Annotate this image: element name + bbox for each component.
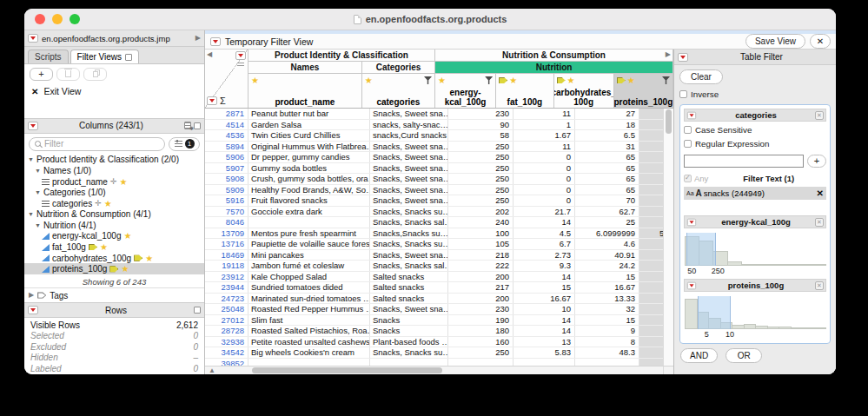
- value-cell[interactable]: 5: [639, 195, 663, 206]
- row-number-cell[interactable]: 34542: [205, 347, 248, 358]
- filter-text-input[interactable]: [684, 155, 804, 168]
- value-cell[interactable]: 65: [575, 163, 639, 174]
- tab-scripts[interactable]: Scripts: [28, 50, 69, 63]
- duplicate-view-button[interactable]: [83, 68, 107, 81]
- value-cell[interactable]: 16.67: [575, 282, 639, 293]
- value-cell[interactable]: [639, 359, 663, 366]
- column-header-energy-kcal_100g[interactable]: ★energy- kcal_100g: [435, 74, 496, 108]
- product-name-cell[interactable]: Fruit flavored snacks: [248, 195, 370, 206]
- red-triangle-menu-icon[interactable]: [687, 281, 696, 289]
- save-view-button[interactable]: Save View: [745, 34, 805, 49]
- row-number-cell[interactable]: 5907: [205, 163, 248, 174]
- product-name-cell[interactable]: Sundried tomatoes dided: [248, 282, 370, 293]
- remove-filter-icon[interactable]: ✕: [815, 281, 824, 290]
- column-tree-item[interactable]: ▼Names (1/0): [24, 165, 204, 176]
- categories-cell[interactable]: Snacks, Sweet sna…: [370, 195, 448, 206]
- product-name-cell[interactable]: Jambon fumé et coleslaw: [248, 261, 370, 271]
- chevron-right-icon[interactable]: ▶: [195, 35, 201, 42]
- categories-cell[interactable]: Snacks, Sweet sna…: [370, 250, 448, 261]
- horizontal-scrollbar[interactable]: ▲: [205, 366, 673, 374]
- value-cell[interactable]: 6.67: [639, 294, 663, 304]
- value-cell[interactable]: 2.73: [514, 250, 575, 261]
- row-number-cell[interactable]: 25048: [205, 304, 248, 314]
- table-row[interactable]: 5909Healthy Food Brands, A&W, So…Snacks,…: [205, 185, 663, 196]
- value-cell[interactable]: 0: [514, 152, 575, 162]
- value-cell[interactable]: 9.01: [639, 142, 663, 152]
- value-cell[interactable]: 1: [514, 120, 575, 130]
- histogram-selection[interactable]: [686, 233, 716, 266]
- table-row[interactable]: 28728Roasted Salted Pistachios, Roa…Snac…: [205, 326, 663, 337]
- value-cell[interactable]: 190: [448, 315, 514, 326]
- histogram[interactable]: [685, 233, 825, 266]
- product-name-cell[interactable]: Mini pancakes: [248, 250, 370, 261]
- value-cell[interactable]: 6.5: [575, 130, 639, 141]
- column-tree-item[interactable]: ▼Product Identity & Classification (2/0): [24, 155, 204, 166]
- product-name-cell[interactable]: Garden Salsa: [248, 120, 370, 130]
- filter-funnel-icon[interactable]: [485, 76, 493, 84]
- value-cell[interactable]: 5: [639, 120, 663, 130]
- value-cell[interactable]: 250: [448, 142, 514, 152]
- value-cell[interactable]: 9: [575, 326, 639, 336]
- columns-filter-input[interactable]: [44, 139, 159, 149]
- value-cell[interactable]: 5: [639, 282, 663, 293]
- column-tree-item[interactable]: fat_100g★: [24, 241, 204, 253]
- filter-funnel-icon[interactable]: [424, 76, 432, 84]
- table-row[interactable]: 23944Sundried tomatoes didedSalted snack…: [205, 282, 663, 294]
- value-cell[interactable]: 6: [639, 326, 663, 336]
- red-triangle-menu-icon[interactable]: [678, 53, 688, 62]
- value-cell[interactable]: 5: [639, 337, 663, 347]
- value-cell[interactable]: 250: [448, 185, 514, 195]
- value-cell[interactable]: 5: [639, 185, 663, 195]
- value-cell[interactable]: 250: [448, 163, 514, 174]
- inverse-checkbox[interactable]: [679, 90, 687, 98]
- value-cell[interactable]: 202: [448, 207, 514, 217]
- categories-cell[interactable]: Snacks, Snacks su…: [370, 239, 448, 249]
- table-row[interactable]: 8046Snacks, Snacks sal…24014257: [205, 217, 663, 228]
- column-tree-item[interactable]: proteins_100g★: [24, 263, 204, 274]
- table-row[interactable]: 24723Marinated sun-dried tomatoes …Salte…: [205, 294, 663, 305]
- value-cell[interactable]: 14: [514, 217, 575, 228]
- column-tree-item[interactable]: energy-kcal_100g★: [24, 231, 204, 242]
- value-cell[interactable]: 6.7: [514, 239, 575, 249]
- row-number-cell[interactable]: 39852: [205, 359, 248, 366]
- categories-cell[interactable]: Snacks, Snacks sal…: [370, 217, 448, 228]
- columns-filter-box[interactable]: [29, 137, 165, 151]
- value-cell[interactable]: 100: [448, 228, 514, 239]
- value-cell[interactable]: 32: [575, 304, 639, 314]
- product-name-cell[interactable]: Gocciole extra dark: [248, 207, 370, 217]
- categories-cell[interactable]: Snacks: [370, 315, 448, 326]
- value-cell[interactable]: 230: [448, 304, 514, 314]
- value-cell[interactable]: 9.2: [639, 261, 663, 271]
- and-button[interactable]: AND: [680, 348, 718, 363]
- value-cell[interactable]: 7: [639, 109, 663, 119]
- categories-cell[interactable]: Plant-based foods …: [370, 337, 448, 347]
- value-cell[interactable]: 250: [448, 152, 514, 162]
- horizontal-scrollbar-thumb[interactable]: [252, 367, 442, 373]
- remove-filter-icon[interactable]: ✕: [815, 111, 824, 120]
- clear-filter-button[interactable]: Clear: [679, 69, 723, 84]
- value-cell[interactable]: 5: [639, 174, 663, 184]
- table-row[interactable]: 23912Kale Chopped SaladSalted snacks2001…: [205, 272, 663, 283]
- product-name-cell[interactable]: Twin Cities Curd Chillies: [248, 130, 370, 141]
- value-cell[interactable]: 1.67: [514, 130, 575, 141]
- value-cell[interactable]: 15: [575, 315, 639, 326]
- value-cell[interactable]: 6.3: [639, 130, 663, 141]
- add-view-button[interactable]: +: [30, 68, 53, 81]
- value-cell[interactable]: 222: [448, 261, 514, 271]
- row-number-cell[interactable]: 5906: [205, 152, 248, 162]
- collapse-panel-icon[interactable]: [194, 122, 201, 129]
- filter-funnel-icon[interactable]: [662, 76, 670, 84]
- value-cell[interactable]: [514, 359, 575, 366]
- table-row[interactable]: 13716Paupiette de volaille sauce fores…S…: [205, 239, 663, 250]
- table-row[interactable]: 25048Roasted Red Pepper Hummus …Snacks, …: [205, 304, 663, 315]
- product-name-cell[interactable]: Crush, gummy soda bottles, ora…: [248, 174, 370, 184]
- vertical-scrollbar[interactable]: [663, 109, 673, 366]
- categories-cell[interactable]: Salted snacks: [370, 272, 448, 282]
- row-number-cell[interactable]: 23912: [205, 272, 248, 282]
- value-cell[interactable]: 6.36: [639, 250, 663, 261]
- value-cell[interactable]: 40.91: [575, 250, 639, 261]
- value-cell[interactable]: 4.6: [575, 239, 639, 249]
- sigma-icon[interactable]: Σ: [220, 96, 226, 106]
- regex-checkbox[interactable]: [684, 140, 692, 148]
- value-cell[interactable]: 5: [639, 347, 663, 358]
